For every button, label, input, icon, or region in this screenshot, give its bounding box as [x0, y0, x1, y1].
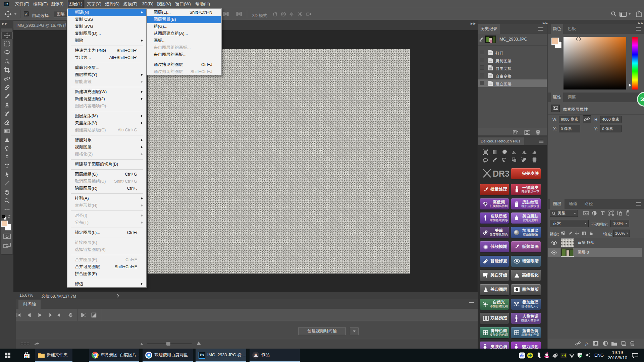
svg-text:fx: fx — [585, 341, 589, 346]
svg-text:DR3: DR3 — [493, 169, 509, 178]
